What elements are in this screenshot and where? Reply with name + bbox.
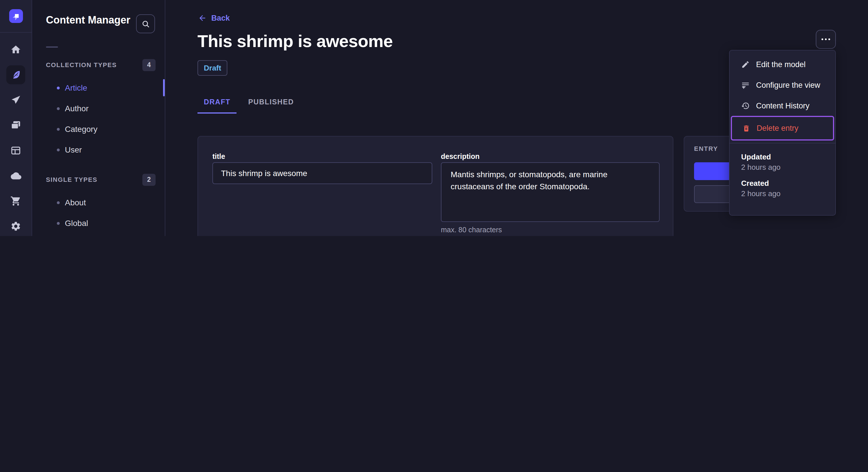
updated-value: 2 hours ago bbox=[741, 162, 824, 173]
content-type-builder-nav-button[interactable] bbox=[6, 141, 25, 160]
dot-icon bbox=[822, 38, 823, 40]
section-label: COLLECTION TYPES bbox=[46, 61, 117, 68]
paper-plane-icon bbox=[10, 95, 21, 105]
releases-nav-button[interactable] bbox=[6, 91, 25, 109]
bullet-icon bbox=[57, 201, 60, 204]
dot-icon bbox=[825, 38, 827, 40]
menu-item-delete-entry[interactable]: Delete entry bbox=[732, 117, 833, 139]
entry-panel-label: ENTRY bbox=[694, 145, 718, 152]
created-label: Created bbox=[741, 178, 824, 189]
subnav-list: COLLECTION TYPES 4 Article Author Catego… bbox=[32, 59, 165, 233]
created-value: 2 hours ago bbox=[741, 189, 824, 199]
title-input-value: This shrimp is awesome bbox=[221, 169, 307, 178]
more-actions-menu: Edit the model Configure the view Conten… bbox=[729, 50, 836, 216]
settings-nav-button[interactable] bbox=[6, 217, 25, 236]
section-label: SINGLE TYPES bbox=[46, 176, 97, 183]
version-tabs: DRAFT PUBLISHED bbox=[197, 91, 300, 113]
sidebar-item-user[interactable]: User bbox=[32, 139, 165, 160]
single-types-count-badge: 2 bbox=[143, 173, 156, 186]
media-library-nav-button[interactable] bbox=[6, 116, 25, 135]
pencil-icon bbox=[741, 60, 750, 69]
section-collection-types: COLLECTION TYPES 4 bbox=[32, 59, 165, 71]
delete-entry-focus-ring: Delete entry bbox=[731, 116, 834, 140]
tab-published[interactable]: PUBLISHED bbox=[242, 91, 300, 113]
layout-icon bbox=[10, 145, 21, 156]
content-manager-subnav: Content Manager COLLECTION TYPES 4 Artic… bbox=[32, 0, 165, 236]
collection-types-count-badge: 4 bbox=[143, 59, 156, 71]
sidebar-item-label: About bbox=[65, 198, 86, 207]
updated-meta: Updated 2 hours ago bbox=[741, 152, 824, 173]
bullet-icon bbox=[57, 222, 60, 225]
menu-item-configure-view[interactable]: Configure the view bbox=[730, 74, 835, 95]
menu-item-edit-model[interactable]: Edit the model bbox=[730, 54, 835, 74]
strapi-admin-app: KD Content Manager COLLECTION TYPES 4 Ar… bbox=[0, 0, 868, 236]
sidebar-item-label: Global bbox=[65, 218, 88, 228]
bullet-icon bbox=[57, 128, 60, 131]
sidebar-item-label: Category bbox=[65, 125, 98, 134]
trash-icon bbox=[742, 124, 750, 132]
menu-item-label: Configure the view bbox=[756, 80, 820, 89]
sidebar-item-global[interactable]: Global bbox=[32, 213, 165, 233]
menu-item-label: Delete entry bbox=[756, 124, 799, 133]
search-button[interactable] bbox=[136, 14, 155, 33]
rail-header bbox=[0, 0, 32, 33]
entry-form-card: title This shrimp is awesome description… bbox=[197, 136, 673, 236]
menu-item-label: Edit the model bbox=[756, 60, 806, 69]
menu-item-label: Content History bbox=[756, 101, 809, 110]
tab-draft[interactable]: DRAFT bbox=[197, 91, 237, 113]
subnav-title: Content Manager bbox=[46, 14, 130, 26]
search-icon bbox=[141, 19, 150, 28]
more-actions-button[interactable] bbox=[816, 30, 836, 49]
history-icon bbox=[741, 101, 750, 110]
page-title: This shrimp is awesome bbox=[197, 32, 393, 51]
images-icon bbox=[10, 120, 21, 131]
bullet-icon bbox=[57, 107, 60, 110]
created-meta: Created 2 hours ago bbox=[741, 178, 824, 199]
shopping-cart-icon bbox=[10, 196, 21, 206]
sidebar-item-article[interactable]: Article bbox=[32, 77, 165, 98]
back-label: Back bbox=[211, 14, 230, 22]
updated-label: Updated bbox=[741, 152, 824, 162]
back-link[interactable]: Back bbox=[198, 14, 230, 22]
marketplace-nav-button[interactable] bbox=[6, 192, 25, 210]
content-manager-nav-button[interactable] bbox=[6, 65, 25, 84]
dot-icon bbox=[828, 38, 830, 40]
bullet-icon bbox=[57, 148, 60, 151]
sidebar-item-label: Article bbox=[65, 83, 87, 92]
status-badge[interactable]: Draft bbox=[197, 60, 228, 76]
title-input[interactable]: This shrimp is awesome bbox=[212, 162, 432, 184]
strapi-logo-icon bbox=[9, 9, 22, 23]
description-value: Mantis shrimps, or stomatopods, are mari… bbox=[451, 170, 608, 191]
rail-nav bbox=[0, 40, 32, 236]
subnav-divider bbox=[46, 46, 58, 47]
sidebar-item-about[interactable]: About bbox=[32, 192, 165, 213]
home-icon bbox=[10, 44, 21, 55]
sidebar-item-category[interactable]: Category bbox=[32, 119, 165, 139]
gear-icon bbox=[10, 221, 21, 232]
sidebar-item-author[interactable]: Author bbox=[32, 98, 165, 119]
bullet-icon bbox=[57, 86, 60, 89]
home-nav-button[interactable] bbox=[6, 40, 25, 59]
cloud-icon bbox=[10, 170, 22, 181]
strapi-logo[interactable] bbox=[9, 9, 23, 23]
description-helper: max. 80 characters bbox=[441, 226, 502, 234]
title-field-label: title bbox=[212, 151, 225, 161]
main-nav-rail: KD bbox=[0, 0, 32, 236]
feather-icon bbox=[10, 69, 21, 80]
main-content: Back This shrimp is awesome Draft DRAFT … bbox=[165, 0, 868, 236]
section-single-types: SINGLE TYPES 2 bbox=[32, 173, 165, 186]
arrow-left-icon bbox=[198, 14, 207, 22]
menu-meta: Updated 2 hours ago Created 2 hours ago bbox=[730, 143, 835, 199]
sidebar-item-label: User bbox=[65, 145, 82, 154]
sidebar-item-label: Author bbox=[65, 104, 89, 113]
description-field-label: description bbox=[441, 151, 479, 161]
list-plus-icon bbox=[741, 80, 750, 89]
menu-item-content-history[interactable]: Content History bbox=[730, 95, 835, 116]
cloud-nav-button[interactable] bbox=[6, 166, 25, 185]
description-textarea[interactable]: Mantis shrimps, or stomatopods, are mari… bbox=[441, 162, 660, 222]
